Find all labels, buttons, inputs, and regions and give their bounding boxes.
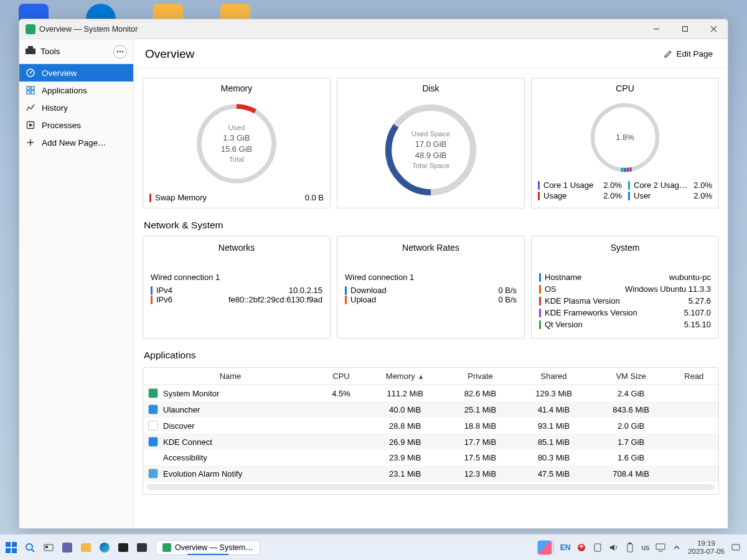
app-row-icon [148,404,158,414]
svg-line-34 [32,549,34,552]
col-private[interactable]: Private [446,368,515,385]
tray-volume-icon[interactable] [609,543,619,553]
app-name-label: Discover [163,421,195,431]
app-row-icon [148,388,158,398]
svg-rect-42 [656,544,665,549]
search-button[interactable] [21,539,39,556]
svg-rect-12 [27,86,30,90]
sidebar-item-label: Processes [42,121,81,130]
maximize-button[interactable] [670,19,699,39]
table-horizontal-scrollbar[interactable] [147,484,715,490]
close-button[interactable] [699,19,728,39]
section-network-system: Network & System [144,220,718,231]
col-memory[interactable]: Memory▲ [365,368,446,385]
app-icon [26,24,35,34]
tray-chevron-icon[interactable] [672,543,682,553]
svg-rect-13 [31,86,34,90]
svg-point-6 [117,50,118,52]
sidebar-item-applications[interactable]: Applications [19,82,133,99]
taskbar: Overview — System… EN us 19:19 2023-07-0… [0,534,747,560]
sidebar: Tools Overview Applications History Proc… [19,39,134,528]
app-row-icon [148,437,158,447]
svg-rect-31 [6,548,11,553]
app-name-label: KDE Connect [163,437,212,447]
svg-rect-14 [27,91,30,94]
table-row[interactable]: Accessibility 23.9 MiB 17.5 MiB 80.3 MiB… [143,450,718,465]
app-name-label: Accessibility [163,453,207,462]
tools-label: Tools [40,47,108,56]
taskbar-icon-edge[interactable] [96,539,113,556]
sort-asc-icon: ▲ [418,373,425,380]
col-vmsize[interactable]: VM Size [593,368,670,385]
taskbar-icon-terminal[interactable] [115,539,132,556]
tray-updates-icon[interactable] [576,543,586,553]
processes-icon [26,120,35,130]
col-shared[interactable]: Shared [515,368,593,385]
app-row-icon [148,421,158,431]
svg-rect-32 [12,548,17,553]
svg-rect-40 [627,544,632,552]
taskview-button[interactable] [40,539,57,556]
col-name[interactable]: Name [143,368,317,385]
pencil-icon [664,50,672,58]
table-row[interactable]: Ulauncher 40.0 MiB 25.1 MiB 41.4 MiB 843… [143,401,718,418]
tray-keyboard-layout[interactable]: us [641,543,649,552]
widgets-button[interactable] [536,539,553,556]
card-memory: Memory Used 1.3 GiB 15.6 GiB Total [143,78,331,208]
table-row[interactable]: System Monitor 4.5% 111.2 MiB 82.6 MiB 1… [143,385,718,402]
tray-clock[interactable]: 19:19 2023-07-05 [688,539,725,555]
sidebar-item-add-new-page[interactable]: Add New Page… [19,134,133,151]
sidebar-item-processes[interactable]: Processes [19,116,133,134]
cpu-legend: Core 1 Usage 2.0% Core 2 Usag… 2.0% Usag… [538,180,712,200]
edit-page-button[interactable]: Edit Page [660,47,716,61]
table-row[interactable]: Evolution Alarm Notify 23.1 MiB 12.3 MiB… [143,465,718,482]
svg-rect-44 [732,544,740,550]
minimize-button[interactable] [642,19,670,39]
svg-rect-1 [682,27,687,32]
svg-marker-17 [29,123,33,127]
titlebar[interactable]: Overview — System Monitor [19,19,728,39]
tray-network-icon[interactable] [655,543,665,553]
app-row-icon [148,469,158,478]
apps-table-header-row: Name CPU Memory▲ Private Shared VM Size … [143,368,718,385]
tray-battery-icon[interactable] [625,543,635,553]
svg-rect-36 [45,546,48,548]
tray-lang-en[interactable]: EN [560,543,571,552]
sidebar-item-label: Applications [42,86,87,95]
taskbar-icon-chat[interactable] [59,539,76,556]
tray-notifications-icon[interactable] [731,543,741,553]
col-read[interactable]: Read [670,368,718,385]
sidebar-item-history[interactable]: History [19,99,133,116]
sidebar-more-button[interactable] [113,45,127,58]
svg-rect-38 [594,544,601,551]
tray-clipboard-icon[interactable] [593,543,603,553]
table-row[interactable]: Discover 28.8 MiB 18.8 MiB 93.1 MiB 2.0 … [143,418,718,434]
sidebar-item-label: Overview [42,68,77,78]
app-name-label: Evolution Alarm Notify [163,469,242,478]
taskbar-icon-app[interactable] [133,539,151,556]
card-cpu: CPU 1.8% Core 1 Us [531,78,719,208]
sidebar-item-label: History [42,103,68,113]
svg-line-11 [31,71,32,73]
page-title: Overview [145,47,660,61]
table-row[interactable]: KDE Connect 26.9 MiB 17.7 MiB 85.1 MiB 1… [143,434,718,450]
card-title-disk: Disk [344,83,518,93]
svg-marker-39 [610,544,614,551]
sidebar-item-overview[interactable]: Overview [19,64,133,82]
card-network-rates: Network Rates Wired connection 1 Downloa… [337,236,525,338]
system-monitor-window: Overview — System Monitor Tools Overview… [19,19,728,529]
start-button[interactable] [2,539,20,556]
app-name-label: System Monitor [163,389,219,398]
col-cpu[interactable]: CPU [317,368,365,385]
svg-point-33 [26,544,32,550]
history-icon [26,103,35,113]
svg-point-7 [120,50,121,52]
taskbar-task-system-monitor[interactable]: Overview — System… [156,540,260,555]
card-title-memory: Memory [149,83,324,93]
taskbar-icon-files[interactable] [77,539,95,556]
edit-page-label: Edit Page [676,49,713,58]
toolbar: Overview Edit Page [134,39,728,69]
sidebar-item-label: Add New Page… [42,138,106,147]
task-app-icon [162,543,171,552]
window-title: Overview — System Monitor [39,25,642,34]
